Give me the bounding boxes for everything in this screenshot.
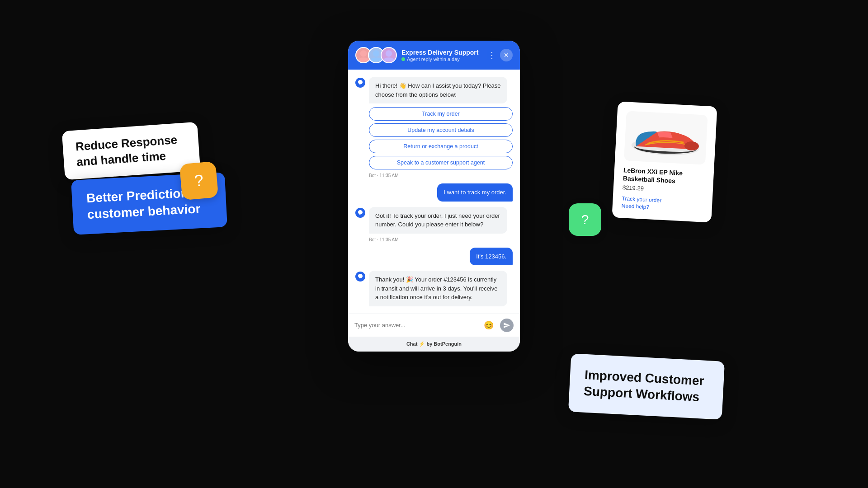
- chat-header: Express Delivery Support Agent reply wit…: [348, 41, 520, 70]
- reduce-card-text: Reduce Response and handle time: [75, 132, 187, 170]
- quick-reply-agent[interactable]: Speak to a customer support agent: [369, 156, 513, 169]
- bot-avatar-3: [355, 272, 365, 282]
- product-card: LeBron XXI EP Nike Basketball Shoes $219…: [612, 101, 717, 223]
- question-bubble-orange: ?: [179, 161, 219, 201]
- user-message-bubble-1: I want to track my order.: [437, 183, 513, 202]
- header-info: Express Delivery Support Agent reply wit…: [401, 49, 483, 62]
- header-actions: ⋮ ✕: [487, 49, 513, 61]
- question-mark-orange: ?: [193, 171, 204, 191]
- emoji-button[interactable]: 😊: [482, 319, 495, 332]
- bot-timestamp-1: Bot · 11:35 AM: [369, 173, 399, 178]
- svg-point-4: [386, 50, 392, 56]
- user-message-row-2: It's 123456.: [355, 248, 513, 266]
- bot-message-bubble-1: Hi there! 👋 How can I assist you today? …: [369, 77, 507, 103]
- svg-point-3: [373, 50, 379, 56]
- avatar-3: [381, 47, 397, 63]
- chat-messages: Hi there! 👋 How can I assist you today? …: [348, 70, 520, 314]
- close-button[interactable]: ✕: [500, 49, 513, 61]
- chat-title: Express Delivery Support: [401, 49, 483, 56]
- bot-message-bubble-2: Got it! To track your order, I just need…: [369, 207, 507, 234]
- chat-subtitle: Agent reply within a day: [401, 56, 483, 62]
- chat-input-area: 😊: [348, 314, 520, 337]
- bot-message-3: Thank you! 🎉 Your order #123456 is curre…: [355, 271, 513, 306]
- bot-message-2: Got it! To track your order, I just need…: [355, 207, 513, 242]
- send-button[interactable]: [500, 319, 514, 332]
- question-mark-green: ?: [581, 212, 589, 227]
- bot-avatar-1: [355, 78, 365, 88]
- improved-card: Improved Customer Support Workflows: [568, 353, 725, 419]
- improved-card-text: Improved Customer Support Workflows: [583, 367, 709, 406]
- product-name: LeBron XXI EP Nike Basketball Shoes: [623, 166, 705, 187]
- user-message-bubble-2: It's 123456.: [470, 248, 513, 266]
- avatar-group: [355, 47, 397, 63]
- chat-subtitle-text: Agent reply within a day: [407, 56, 460, 62]
- bot-icon-row-3: Thank you! 🎉 Your order #123456 is curre…: [355, 271, 513, 306]
- quick-reply-return[interactable]: Return or exchange a product: [369, 140, 513, 153]
- quick-reply-track[interactable]: Track my order: [369, 107, 513, 121]
- chat-footer: Chat ⚡ by BotPenguin: [348, 337, 520, 352]
- status-indicator: [401, 57, 405, 61]
- quick-replies: Track my order Update my account details…: [369, 107, 513, 169]
- bot-icon-row-2: Got it! To track your order, I just need…: [355, 207, 513, 234]
- question-bubble-green: ?: [569, 203, 601, 236]
- product-links: Track your order Need help?: [621, 196, 703, 213]
- bot-greeting-text: Hi there! 👋 How can I assist you today? …: [375, 82, 501, 98]
- bot-message-1: Hi there! 👋 How can I assist you today? …: [355, 77, 513, 178]
- more-options-button[interactable]: ⋮: [487, 50, 496, 61]
- bot-message-bubble-3: Thank you! 🎉 Your order #123456 is curre…: [369, 271, 507, 306]
- quick-reply-account[interactable]: Update my account details: [369, 123, 513, 137]
- bot-icon-row-1: Hi there! 👋 How can I assist you today? …: [355, 77, 513, 103]
- chat-input[interactable]: [354, 322, 477, 328]
- footer-text: Chat ⚡ by BotPenguin: [406, 341, 462, 347]
- shoe-image: [624, 113, 708, 162]
- product-image: [624, 111, 708, 164]
- bot-avatar-2: [355, 208, 365, 218]
- svg-point-2: [360, 50, 367, 56]
- chat-widget: Express Delivery Support Agent reply wit…: [348, 41, 520, 352]
- bot-timestamp-2: Bot · 11:35 AM: [369, 237, 399, 242]
- user-message-row-1: I want to track my order.: [355, 183, 513, 202]
